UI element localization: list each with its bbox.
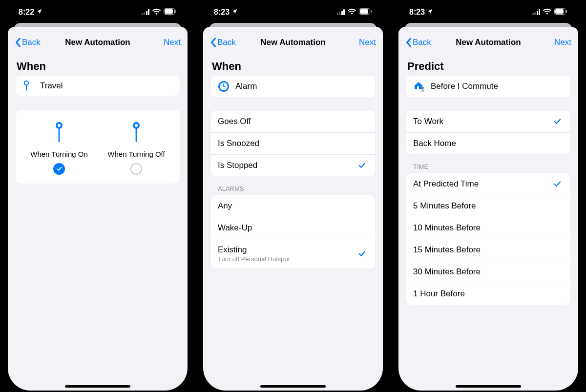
alarm-option-existing[interactable]: Existing Turn off Personal Hotspot [211,239,375,268]
back-label: Back [22,38,41,47]
group-label-time: TIME [413,163,570,170]
trigger-option-is-stopped[interactable]: Is Stopped [211,155,375,176]
svg-rect-23 [422,89,423,91]
alarm-option-any[interactable]: Any [211,195,375,217]
wifi-icon [543,8,551,17]
time-30-min-before[interactable]: 30 Minutes Before [406,261,570,283]
battery-icon [554,8,567,17]
battery-icon [359,8,372,17]
pin-icon [22,81,40,91]
svg-rect-10 [136,128,137,142]
option-label: When Turning Off [107,150,165,158]
checkmark-icon [56,165,63,172]
svg-point-9 [135,124,138,127]
svg-rect-17 [223,86,226,87]
row-label: Is Snoozed [218,139,357,148]
checkmark-icon [553,117,564,126]
next-button[interactable]: Next [554,38,571,47]
row-label: To Work [413,117,553,126]
back-button[interactable]: Back [210,38,236,47]
checkmark-icon [357,161,368,170]
destination-group: To Work Back Home [406,111,570,154]
trigger-header-card: Before I Commute [406,76,570,97]
svg-rect-13 [371,10,372,13]
home-indicator[interactable] [456,385,521,388]
time-10-min-before[interactable]: 10 Minutes Before [406,217,570,239]
row-label: Any [218,201,357,211]
trigger-header-label: Alarm [235,82,257,91]
phone-screen-1: 8:22 [8,1,188,391]
destination-back-home[interactable]: Back Home [406,133,570,154]
row-label: 10 Minutes Before [413,223,553,233]
option-turning-on[interactable]: When Turning On [21,122,98,175]
battery-icon [164,8,177,17]
wifi-icon [348,8,356,17]
row-label: Is Stopped [218,161,357,170]
row-label: Goes Off [218,117,357,126]
chevron-left-icon [210,38,216,47]
status-time: 8:22 [19,8,34,17]
row-label: Back Home [413,139,553,148]
trigger-header-label: Travel [40,81,63,91]
row-label: Existing [218,245,247,254]
cellular-signal-icon [532,9,541,15]
alarm-option-wake-up[interactable]: Wake-Up [211,217,375,239]
clock-icon [218,81,235,92]
svg-point-22 [422,87,424,89]
radio-selected[interactable] [53,163,65,175]
destination-to-work[interactable]: To Work [406,111,570,133]
cellular-signal-icon [142,9,150,15]
next-button[interactable]: Next [164,38,181,47]
location-icon [36,8,42,17]
trigger-option-goes-off[interactable]: Goes Off [211,111,375,133]
wifi-icon [152,8,161,17]
row-label: 15 Minutes Before [413,245,553,255]
modal-sheet: Back New Automation Next Predict [398,27,578,391]
focus-mode-chooser: When Turning On When Turning Off [16,110,180,184]
svg-rect-4 [26,85,27,91]
svg-rect-20 [566,10,567,13]
phone-screen-2: 8:23 [203,1,383,391]
checkmark-icon [357,249,368,258]
row-label: Wake-Up [218,223,357,233]
pin-icon [54,122,64,145]
home-indicator[interactable] [65,385,130,388]
svg-rect-7 [59,128,60,142]
row-label: At Predicted Time [413,179,553,189]
home-indicator[interactable] [260,385,326,388]
time-15-min-before[interactable]: 15 Minutes Before [406,239,570,261]
group-label-alarms: ALARMS [218,185,375,192]
trigger-header-card: Alarm [211,76,375,97]
svg-rect-21 [417,86,419,89]
phone-screen-3: 8:23 [398,1,578,391]
time-offset-group: At Predicted Time 5 Minutes Before 10 [406,173,570,305]
status-bar: 8:22 [8,1,188,23]
alarm-trigger-group: Goes Off Is Snoozed Is Stopped [211,111,375,176]
commute-icon [413,81,431,92]
pin-icon [131,122,141,145]
option-turning-off[interactable]: When Turning Off [98,122,175,175]
time-5-min-before[interactable]: 5 Minutes Before [406,195,570,217]
cellular-signal-icon [337,9,345,15]
svg-point-6 [58,124,61,127]
section-title: When [17,60,180,73]
status-bar: 8:23 [398,1,578,23]
radio-unselected[interactable] [130,163,142,175]
svg-rect-19 [555,9,564,14]
time-1-hour-before[interactable]: 1 Hour Before [406,283,570,305]
trigger-option-is-snoozed[interactable]: Is Snoozed [211,133,375,155]
trigger-header-card: Travel [16,76,180,96]
time-at-predicted[interactable]: At Predicted Time [406,173,570,195]
next-button[interactable]: Next [359,38,376,47]
svg-point-3 [24,81,28,85]
back-button[interactable]: Back [15,38,41,47]
location-icon [231,8,238,17]
checkmark-icon [553,180,564,188]
option-label: When Turning On [30,150,88,158]
svg-rect-1 [165,9,173,14]
chevron-left-icon [405,38,412,47]
back-label: Back [413,38,431,47]
status-time: 8:23 [214,8,230,17]
back-button[interactable]: Back [405,38,431,47]
status-bar: 8:23 [203,1,383,23]
